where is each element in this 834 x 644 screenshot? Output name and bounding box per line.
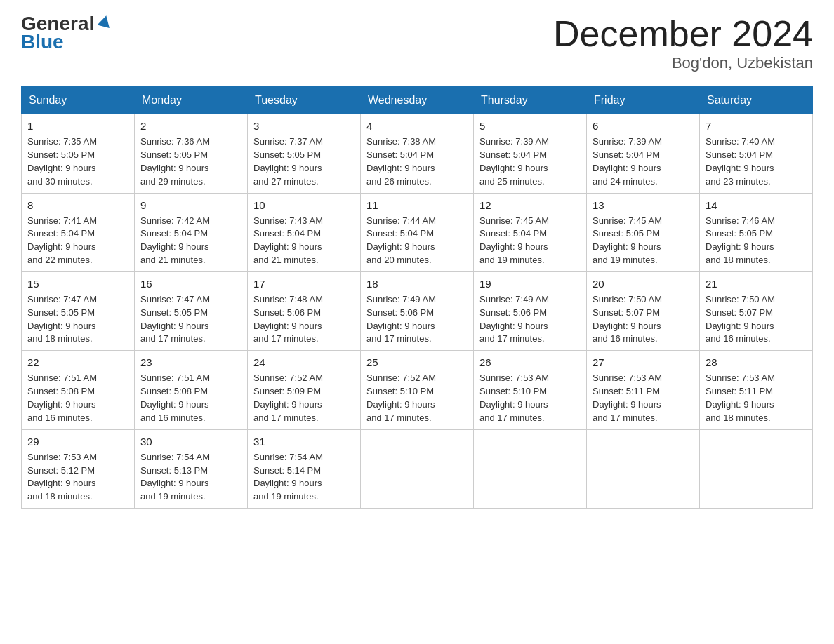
calendar-title: December 2024 — [553, 14, 813, 54]
calendar-day-cell: 25 Sunrise: 7:52 AMSunset: 5:10 PMDaylig… — [361, 351, 474, 429]
header-saturday: Saturday — [700, 87, 813, 114]
day-number: 5 — [479, 119, 581, 133]
day-info: Sunrise: 7:53 AMSunset: 5:10 PMDaylight:… — [479, 372, 581, 424]
calendar-day-cell: 23 Sunrise: 7:51 AMSunset: 5:08 PMDaylig… — [135, 351, 248, 429]
logo-blue-text: Blue — [21, 32, 64, 52]
calendar-day-cell: 2 Sunrise: 7:36 AMSunset: 5:05 PMDayligh… — [135, 114, 248, 193]
calendar-day-cell — [587, 429, 700, 508]
header-friday: Friday — [587, 87, 700, 114]
day-number: 16 — [140, 276, 241, 291]
calendar-day-cell: 31 Sunrise: 7:54 AMSunset: 5:14 PMDaylig… — [248, 429, 361, 508]
day-info: Sunrise: 7:46 AMSunset: 5:05 PMDaylight:… — [706, 215, 807, 267]
calendar-day-cell — [361, 429, 474, 508]
day-info: Sunrise: 7:39 AMSunset: 5:04 PMDaylight:… — [479, 135, 581, 188]
day-number: 1 — [27, 119, 128, 133]
header-monday: Monday — [135, 87, 248, 114]
header-thursday: Thursday — [474, 87, 587, 114]
calendar-day-cell: 26 Sunrise: 7:53 AMSunset: 5:10 PMDaylig… — [474, 351, 587, 429]
day-info: Sunrise: 7:41 AMSunset: 5:04 PMDaylight:… — [27, 215, 128, 267]
day-number: 8 — [27, 198, 128, 213]
day-info: Sunrise: 7:51 AMSunset: 5:08 PMDaylight:… — [140, 372, 241, 424]
calendar-day-cell: 12 Sunrise: 7:45 AMSunset: 5:04 PMDaylig… — [474, 193, 587, 271]
svg-marker-0 — [98, 14, 113, 28]
calendar-day-cell: 5 Sunrise: 7:39 AMSunset: 5:04 PMDayligh… — [474, 114, 587, 193]
day-info: Sunrise: 7:43 AMSunset: 5:04 PMDaylight:… — [253, 215, 355, 267]
day-number: 20 — [593, 276, 694, 291]
calendar-day-cell: 7 Sunrise: 7:40 AMSunset: 5:04 PMDayligh… — [700, 114, 813, 193]
day-info: Sunrise: 7:45 AMSunset: 5:04 PMDaylight:… — [479, 215, 581, 267]
logo: General Blue — [21, 14, 112, 52]
calendar-week-row: 8 Sunrise: 7:41 AMSunset: 5:04 PMDayligh… — [22, 193, 813, 271]
page-header: General Blue December 2024 Bog'don, Uzbe… — [21, 14, 813, 72]
day-number: 13 — [593, 198, 694, 213]
calendar-day-cell: 11 Sunrise: 7:44 AMSunset: 5:04 PMDaylig… — [361, 193, 474, 271]
day-number: 23 — [140, 355, 241, 370]
calendar-day-cell: 18 Sunrise: 7:49 AMSunset: 5:06 PMDaylig… — [361, 271, 474, 350]
calendar-day-cell: 20 Sunrise: 7:50 AMSunset: 5:07 PMDaylig… — [587, 271, 700, 350]
day-info: Sunrise: 7:51 AMSunset: 5:08 PMDaylight:… — [27, 372, 128, 424]
header-tuesday: Tuesday — [248, 87, 361, 114]
header-wednesday: Wednesday — [361, 87, 474, 114]
logo-arrow-icon — [97, 14, 112, 29]
day-info: Sunrise: 7:54 AMSunset: 5:14 PMDaylight:… — [253, 451, 355, 504]
calendar-day-cell: 22 Sunrise: 7:51 AMSunset: 5:08 PMDaylig… — [22, 351, 135, 429]
day-number: 27 — [593, 355, 694, 370]
calendar-table: Sunday Monday Tuesday Wednesday Thursday… — [21, 86, 813, 509]
calendar-day-cell: 16 Sunrise: 7:47 AMSunset: 5:05 PMDaylig… — [135, 271, 248, 350]
day-number: 2 — [140, 119, 241, 133]
calendar-day-cell: 30 Sunrise: 7:54 AMSunset: 5:13 PMDaylig… — [135, 429, 248, 508]
calendar-day-cell: 9 Sunrise: 7:42 AMSunset: 5:04 PMDayligh… — [135, 193, 248, 271]
calendar-day-cell: 27 Sunrise: 7:53 AMSunset: 5:11 PMDaylig… — [587, 351, 700, 429]
day-info: Sunrise: 7:38 AMSunset: 5:04 PMDaylight:… — [366, 135, 468, 188]
day-info: Sunrise: 7:49 AMSunset: 5:06 PMDaylight:… — [479, 293, 581, 346]
day-info: Sunrise: 7:40 AMSunset: 5:04 PMDaylight:… — [706, 135, 807, 188]
day-number: 14 — [706, 198, 807, 213]
calendar-day-cell: 17 Sunrise: 7:48 AMSunset: 5:06 PMDaylig… — [248, 271, 361, 350]
day-number: 28 — [706, 355, 807, 370]
header-sunday: Sunday — [22, 87, 135, 114]
calendar-day-cell: 13 Sunrise: 7:45 AMSunset: 5:05 PMDaylig… — [587, 193, 700, 271]
day-number: 26 — [479, 355, 581, 370]
day-number: 10 — [253, 198, 355, 213]
day-info: Sunrise: 7:42 AMSunset: 5:04 PMDaylight:… — [140, 215, 241, 267]
day-info: Sunrise: 7:47 AMSunset: 5:05 PMDaylight:… — [140, 293, 241, 346]
day-info: Sunrise: 7:35 AMSunset: 5:05 PMDaylight:… — [27, 135, 128, 188]
day-info: Sunrise: 7:37 AMSunset: 5:05 PMDaylight:… — [253, 135, 355, 188]
day-info: Sunrise: 7:47 AMSunset: 5:05 PMDaylight:… — [27, 293, 128, 346]
day-info: Sunrise: 7:45 AMSunset: 5:05 PMDaylight:… — [593, 215, 694, 267]
calendar-day-cell: 14 Sunrise: 7:46 AMSunset: 5:05 PMDaylig… — [700, 193, 813, 271]
day-number: 21 — [706, 276, 807, 291]
day-number: 15 — [27, 276, 128, 291]
day-number: 7 — [706, 119, 807, 133]
calendar-day-cell: 28 Sunrise: 7:53 AMSunset: 5:11 PMDaylig… — [700, 351, 813, 429]
day-info: Sunrise: 7:50 AMSunset: 5:07 PMDaylight:… — [593, 293, 694, 346]
day-info: Sunrise: 7:50 AMSunset: 5:07 PMDaylight:… — [706, 293, 807, 346]
day-number: 3 — [253, 119, 355, 133]
day-info: Sunrise: 7:48 AMSunset: 5:06 PMDaylight:… — [253, 293, 355, 346]
calendar-day-cell: 24 Sunrise: 7:52 AMSunset: 5:09 PMDaylig… — [248, 351, 361, 429]
day-number: 22 — [27, 355, 128, 370]
day-number: 18 — [366, 276, 468, 291]
calendar-day-cell: 15 Sunrise: 7:47 AMSunset: 5:05 PMDaylig… — [22, 271, 135, 350]
calendar-body: 1 Sunrise: 7:35 AMSunset: 5:05 PMDayligh… — [22, 114, 813, 509]
calendar-day-cell: 19 Sunrise: 7:49 AMSunset: 5:06 PMDaylig… — [474, 271, 587, 350]
day-info: Sunrise: 7:49 AMSunset: 5:06 PMDaylight:… — [366, 293, 468, 346]
header-row: Sunday Monday Tuesday Wednesday Thursday… — [22, 87, 813, 114]
day-info: Sunrise: 7:44 AMSunset: 5:04 PMDaylight:… — [366, 215, 468, 267]
calendar-day-cell: 10 Sunrise: 7:43 AMSunset: 5:04 PMDaylig… — [248, 193, 361, 271]
calendar-day-cell: 3 Sunrise: 7:37 AMSunset: 5:05 PMDayligh… — [248, 114, 361, 193]
calendar-week-row: 1 Sunrise: 7:35 AMSunset: 5:05 PMDayligh… — [22, 114, 813, 193]
calendar-header: Sunday Monday Tuesday Wednesday Thursday… — [22, 87, 813, 114]
day-info: Sunrise: 7:53 AMSunset: 5:11 PMDaylight:… — [593, 372, 694, 424]
day-number: 17 — [253, 276, 355, 291]
day-number: 31 — [253, 434, 355, 449]
calendar-week-row: 22 Sunrise: 7:51 AMSunset: 5:08 PMDaylig… — [22, 351, 813, 429]
day-info: Sunrise: 7:54 AMSunset: 5:13 PMDaylight:… — [140, 451, 241, 504]
calendar-day-cell — [474, 429, 587, 508]
calendar-day-cell — [700, 429, 813, 508]
calendar-day-cell: 29 Sunrise: 7:53 AMSunset: 5:12 PMDaylig… — [22, 429, 135, 508]
day-info: Sunrise: 7:53 AMSunset: 5:12 PMDaylight:… — [27, 451, 128, 504]
calendar-day-cell: 8 Sunrise: 7:41 AMSunset: 5:04 PMDayligh… — [22, 193, 135, 271]
calendar-week-row: 29 Sunrise: 7:53 AMSunset: 5:12 PMDaylig… — [22, 429, 813, 508]
day-info: Sunrise: 7:39 AMSunset: 5:04 PMDaylight:… — [593, 135, 694, 188]
